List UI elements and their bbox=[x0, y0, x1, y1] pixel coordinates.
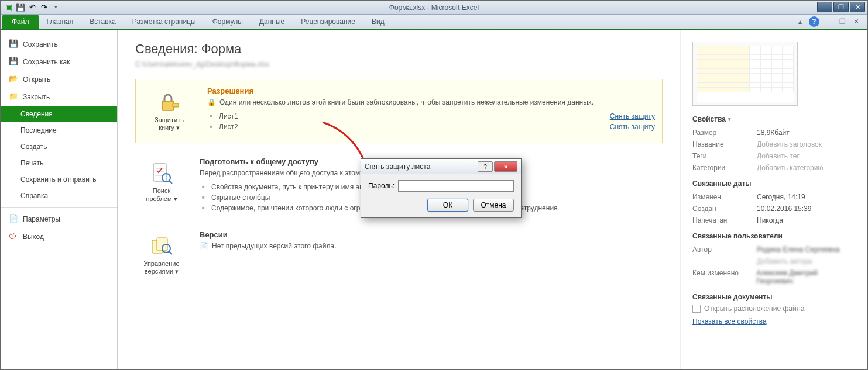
excel-icon: ▣ bbox=[4, 3, 13, 12]
permissions-title: Разрешения bbox=[207, 87, 655, 95]
sidebar-exit[interactable]: ⮾Выход bbox=[1, 228, 117, 245]
restore-button[interactable]: ❐ bbox=[833, 2, 849, 12]
tab-layout[interactable]: Разметка страницы bbox=[124, 15, 204, 29]
sidebar-save[interactable]: 💾Сохранить bbox=[1, 36, 117, 53]
tags-field[interactable]: Добавить тег bbox=[757, 152, 800, 160]
close-button[interactable]: ✕ bbox=[850, 2, 865, 12]
properties-panel: Свойства Размер18,9Кбайт НазваниеДобавит… bbox=[680, 30, 867, 369]
document-thumbnail[interactable] bbox=[692, 42, 798, 106]
svg-rect-1 bbox=[173, 103, 179, 107]
redo-icon[interactable]: ↷ bbox=[39, 3, 49, 12]
sidebar-options[interactable]: 📄Параметры bbox=[1, 210, 117, 228]
dialog-help-button[interactable]: ? bbox=[478, 161, 493, 172]
password-input[interactable] bbox=[398, 180, 514, 192]
ok-button[interactable]: ОК bbox=[427, 199, 468, 212]
tab-review[interactable]: Рецензирование bbox=[293, 15, 363, 29]
protect-workbook-button[interactable]: Защитить книгу ▾ bbox=[143, 87, 195, 136]
help-icon[interactable]: ? bbox=[809, 16, 819, 27]
window-close-icon[interactable]: ✕ bbox=[851, 16, 862, 27]
manage-versions-button[interactable]: Управление версиями ▾ bbox=[135, 230, 188, 279]
undo-icon[interactable]: ↶ bbox=[28, 3, 37, 12]
tab-view[interactable]: Вид bbox=[363, 15, 393, 29]
users-header: Связанные пользователи bbox=[692, 232, 856, 240]
backstage-sidebar: 💾Сохранить 💾Сохранить как 📂Открыть 📁Закр… bbox=[1, 30, 118, 369]
doc-small-icon: 📄 bbox=[200, 241, 208, 251]
check-issues-button[interactable]: Поиск проблем ▾ bbox=[135, 157, 188, 206]
lock-icon bbox=[155, 91, 183, 114]
cancel-button[interactable]: Отмена bbox=[473, 199, 514, 212]
ribbon-tabs: Файл Главная Вставка Разметка страницы Ф… bbox=[1, 15, 867, 30]
unprotect-link-2[interactable]: Снять защиту bbox=[610, 123, 655, 131]
tab-insert[interactable]: Вставка bbox=[81, 15, 124, 29]
versions-icon bbox=[147, 234, 176, 258]
categories-field[interactable]: Добавить категорию bbox=[757, 164, 824, 172]
save-icon[interactable]: 💾 bbox=[16, 3, 25, 12]
svg-rect-0 bbox=[162, 101, 174, 110]
title-field[interactable]: Добавить заголовок bbox=[757, 140, 822, 148]
sheet-row: Лист2 Снять защиту bbox=[207, 122, 655, 132]
tab-formulas[interactable]: Формулы bbox=[204, 15, 251, 29]
sidebar-close[interactable]: 📁Закрыть bbox=[1, 88, 117, 106]
file-path: C:\Users\alekseev_dg\Desktop\Форма.xlsx bbox=[135, 60, 663, 68]
window-restore-icon[interactable]: ❐ bbox=[837, 16, 848, 27]
info-heading: Сведения: Форма bbox=[135, 42, 663, 57]
ribbon-minimize-icon[interactable]: ▴ bbox=[795, 16, 805, 27]
open-location[interactable]: Открыть расположение файла bbox=[692, 305, 856, 313]
show-all-props-link[interactable]: Показать все свойства bbox=[692, 317, 767, 326]
password-label: Пароль: bbox=[368, 182, 394, 190]
sheet-row: Лист1 Снять защиту bbox=[207, 111, 655, 122]
title-bar: ▣ 💾 ↶ ↷ ▾ Форма.xlsx - Microsoft Excel —… bbox=[1, 1, 867, 15]
dialog-titlebar[interactable]: Снять защиту листа ? ✕ bbox=[361, 159, 521, 174]
quick-access-toolbar: ▣ 💾 ↶ ↷ ▾ bbox=[1, 3, 60, 12]
unprotect-link-1[interactable]: Снять защиту bbox=[610, 112, 655, 120]
permissions-section: Защитить книгу ▾ Разрешения 🔒Один или не… bbox=[135, 79, 663, 143]
sidebar-open[interactable]: 📂Открыть bbox=[1, 71, 117, 88]
docs-header: Связанные документы bbox=[692, 293, 856, 301]
sidebar-save-send[interactable]: Сохранить и отправить bbox=[1, 171, 117, 188]
dates-header: Связанные даты bbox=[692, 179, 856, 188]
tab-home[interactable]: Главная bbox=[39, 15, 82, 29]
sidebar-new[interactable]: Создать bbox=[1, 139, 117, 155]
minimize-button[interactable]: — bbox=[817, 2, 832, 12]
inspect-icon bbox=[147, 161, 176, 185]
versions-section: Управление версиями ▾ Версии 📄Нет предыд… bbox=[135, 222, 663, 288]
sidebar-info[interactable]: Сведения bbox=[1, 106, 117, 122]
versions-title: Версии bbox=[200, 230, 663, 239]
sidebar-recent[interactable]: Последние bbox=[1, 122, 117, 139]
window-minimize-icon[interactable]: — bbox=[823, 16, 833, 27]
unprotect-sheet-dialog: Снять защиту листа ? ✕ Пароль: ОК Отмена bbox=[361, 158, 522, 218]
tab-data[interactable]: Данные bbox=[251, 15, 293, 29]
sidebar-save-as[interactable]: 💾Сохранить как bbox=[1, 53, 117, 71]
sidebar-help[interactable]: Справка bbox=[1, 188, 117, 204]
svg-rect-2 bbox=[153, 164, 166, 181]
dialog-close-button[interactable]: ✕ bbox=[494, 161, 517, 172]
window-title: Форма.xlsx - Microsoft Excel bbox=[1, 4, 867, 12]
lock-small-icon: 🔒 bbox=[207, 98, 216, 108]
qat-dropdown-icon[interactable]: ▾ bbox=[51, 3, 60, 12]
properties-header[interactable]: Свойства bbox=[692, 115, 856, 123]
add-author-field[interactable]: Добавить автора bbox=[757, 257, 812, 265]
folder-icon bbox=[692, 305, 701, 313]
sidebar-print[interactable]: Печать bbox=[1, 155, 117, 171]
file-tab[interactable]: Файл bbox=[2, 15, 39, 29]
